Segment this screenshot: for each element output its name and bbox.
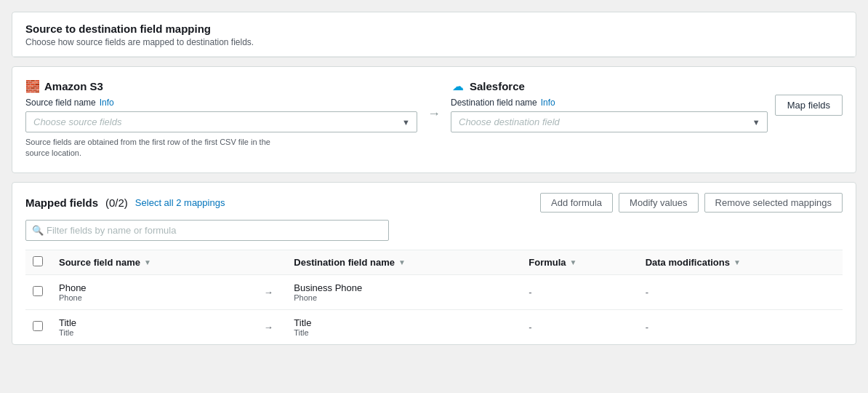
map-fields-button[interactable]: Map fields (775, 95, 843, 116)
filter-fields-input[interactable] (25, 220, 389, 241)
salesforce-icon: ☁ (451, 79, 465, 93)
mapped-fields-title: Mapped fields (25, 196, 98, 209)
row-checkbox-0[interactable] (33, 286, 43, 296)
add-formula-button[interactable]: Add formula (540, 193, 613, 213)
dest-field-main-1: Title (294, 317, 514, 328)
row-checkbox-1[interactable] (33, 321, 43, 331)
data-mods-cell-0: - (638, 274, 843, 309)
mapped-fields-count: (0/2) (105, 196, 128, 209)
col-data-modifications: Data modifications (646, 257, 730, 268)
source-to-dest-arrow-icon: → (427, 106, 441, 122)
formula-cell-1: - (521, 309, 638, 344)
source-hint-text: Source fields are obtained from the firs… (25, 137, 287, 159)
source-info-link[interactable]: Info (100, 98, 114, 108)
page-subtitle: Choose how source fields are mapped to d… (25, 37, 843, 47)
source-field-sub-0: Phone (59, 293, 243, 302)
row-arrow-icon-0: → (250, 274, 286, 309)
dest-service-name: Salesforce (470, 80, 525, 92)
table-row: Phone Phone → Business Phone Phone - - (25, 274, 843, 309)
dest-field-label: Destination field name (451, 98, 537, 108)
col-formula: Formula (529, 257, 566, 268)
amazon-s3-icon: 🧱 (25, 79, 40, 93)
source-field-main-1: Title (59, 317, 243, 328)
select-all-checkbox[interactable] (33, 256, 43, 266)
data-mods-col-sort-icon[interactable]: ▼ (734, 258, 741, 266)
dest-field-sub-0: Phone (294, 293, 514, 302)
formula-col-sort-icon[interactable]: ▼ (570, 258, 577, 266)
col-dest-field-name: Destination field name (294, 257, 395, 268)
modify-values-button[interactable]: Modify values (619, 193, 698, 213)
formula-cell-0: - (521, 274, 638, 309)
table-row: Title Title → Title Title - - (25, 309, 843, 344)
col-source-field-name: Source field name (59, 257, 140, 268)
data-mods-cell-1: - (638, 309, 843, 344)
source-col-sort-icon[interactable]: ▼ (144, 258, 151, 266)
remove-mappings-button[interactable]: Remove selected mappings (704, 193, 843, 213)
source-fields-dropdown[interactable]: Choose source fields (25, 111, 417, 132)
source-field-label: Source field name (25, 98, 96, 108)
page-title: Source to destination field mapping (25, 23, 843, 35)
select-all-mappings-link[interactable]: Select all 2 mappings (135, 197, 225, 208)
mapped-fields-table: Source field name ▼ Destination field na… (25, 250, 843, 344)
dest-field-sub-1: Title (294, 328, 514, 337)
source-service-name: Amazon S3 (44, 80, 103, 92)
row-arrow-icon-1: → (250, 309, 286, 344)
source-field-sub-1: Title (59, 328, 243, 337)
dest-field-dropdown[interactable]: Choose destination field (451, 111, 768, 132)
search-icon: 🔍 (32, 225, 44, 236)
dest-field-main-0: Business Phone (294, 282, 514, 293)
dest-info-link[interactable]: Info (541, 98, 555, 108)
source-field-main-0: Phone (59, 282, 243, 293)
dest-col-sort-icon[interactable]: ▼ (398, 258, 406, 266)
